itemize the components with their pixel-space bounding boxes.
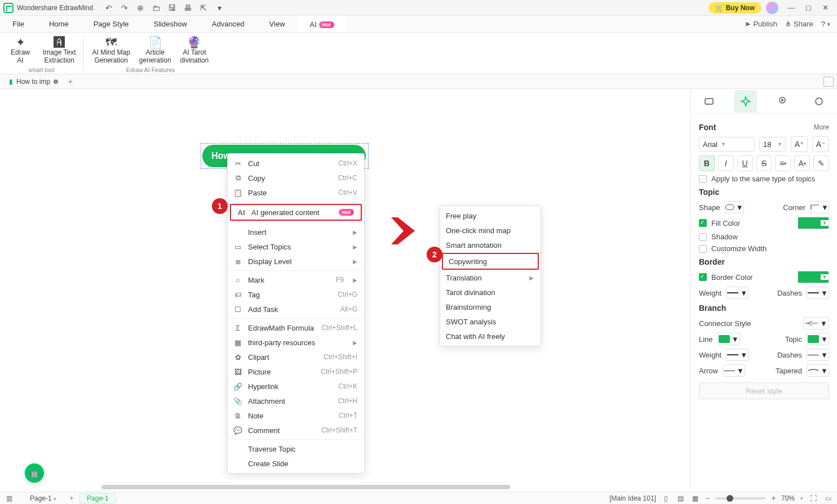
- ctx-clipart[interactable]: ✿ClipartCtrl+Shift+I: [228, 350, 364, 364]
- menu-ai[interactable]: AI Hot: [298, 16, 347, 32]
- publish-button[interactable]: ➤Publish: [745, 20, 777, 28]
- font-decrease-button[interactable]: A⁻: [812, 136, 829, 152]
- ctx-hyperlink[interactable]: 🔗HyperlinkCtrl+K: [228, 379, 364, 394]
- zoom-in-button[interactable]: +: [772, 494, 776, 502]
- window-maximize-button[interactable]: ◻: [800, 1, 817, 15]
- ctx-display-level[interactable]: ≣Display Level▶: [228, 254, 364, 269]
- fill-color-select[interactable]: ▼: [798, 217, 829, 229]
- page-tab-2[interactable]: Page-1: [79, 493, 116, 503]
- ribbon-ai-mindmap[interactable]: 🗺AI Mind Map Generation: [90, 35, 132, 66]
- connector-style-select[interactable]: ▼: [803, 317, 829, 329]
- border-color-checkbox[interactable]: [699, 273, 707, 281]
- highlight-button[interactable]: ✎: [813, 155, 829, 171]
- rp-tab-theme[interactable]: [771, 90, 794, 113]
- corner-select[interactable]: ▼: [810, 201, 829, 213]
- page-tab-1[interactable]: Page-1 ▾: [23, 493, 64, 503]
- ctx-mark[interactable]: ○MarkF9▶: [228, 273, 364, 287]
- ctx-copy[interactable]: ⧉CopyCtrl+C: [228, 171, 364, 185]
- sub-chat-ai[interactable]: Chat with AI freely: [440, 329, 541, 344]
- branch-tapered-select[interactable]: ▼: [807, 364, 829, 377]
- help-button[interactable]: ?▾: [821, 20, 830, 28]
- fill-color-checkbox[interactable]: [699, 219, 707, 227]
- ctx-insert[interactable]: Insert▶: [228, 225, 364, 239]
- qat-more-button[interactable]: ▾: [212, 1, 226, 15]
- ribbon-image-text-extraction[interactable]: 🅰Image Text Extraction: [41, 35, 78, 66]
- shape-select[interactable]: ▼: [725, 201, 744, 213]
- avatar[interactable]: [766, 2, 778, 14]
- zoom-out-button[interactable]: −: [706, 494, 710, 502]
- sub-one-click-mind-map[interactable]: One-click mind map: [440, 223, 541, 238]
- font-family-select[interactable]: Arial▼: [699, 137, 755, 151]
- window-minimize-button[interactable]: —: [783, 1, 800, 15]
- strikethrough-button[interactable]: S: [756, 155, 772, 171]
- sub-free-play[interactable]: Free play: [440, 208, 541, 223]
- customize-width-checkbox[interactable]: [699, 245, 707, 253]
- underline-button[interactable]: U: [737, 155, 753, 171]
- rp-tab-style[interactable]: [734, 90, 757, 113]
- ctx-ai-generated-content[interactable]: AIAI generated contentHot: [230, 204, 362, 221]
- export-button[interactable]: ⇱: [197, 1, 210, 15]
- italic-button[interactable]: I: [718, 155, 734, 171]
- ctx-third-party[interactable]: ▦third-party resources▶: [228, 335, 364, 350]
- ctx-paste[interactable]: 📋PasteCtrl+V: [228, 185, 364, 200]
- open-file-button[interactable]: 🗀: [149, 1, 163, 15]
- zoom-value[interactable]: 70%: [781, 494, 795, 502]
- save-button[interactable]: 🖫: [165, 1, 179, 15]
- sub-copywriting[interactable]: Copywriting: [442, 253, 539, 270]
- border-weight-select[interactable]: ▼: [726, 287, 749, 299]
- branch-dashes-select[interactable]: ▼: [807, 349, 829, 361]
- view-mode-3-button[interactable]: ▦: [691, 494, 700, 503]
- bold-button[interactable]: B: [699, 155, 715, 171]
- ctx-tag[interactable]: 🏷TagCtrl+G: [228, 287, 364, 302]
- undo-button[interactable]: ↶: [102, 1, 116, 15]
- share-button[interactable]: ⋔Share: [785, 20, 813, 28]
- canvas[interactable]: How 1 2 ✂CutCtrl+X ⧉CopyCtrl+C 📋PasteCtr…: [0, 89, 690, 492]
- ctx-edrawmath[interactable]: ΣEdrawMath FormulaCtrl+Shift+L: [228, 320, 364, 335]
- fit-page-button[interactable]: ▭: [823, 494, 832, 503]
- font-color-button[interactable]: A▾: [794, 155, 810, 171]
- branch-arrow-select[interactable]: ▼: [723, 364, 745, 377]
- document-tab[interactable]: ▮ How to imp: [3, 78, 64, 86]
- chat-assistant-button[interactable]: 🤖: [25, 463, 44, 483]
- outline-view-button[interactable]: ▥: [5, 494, 14, 503]
- font-more-link[interactable]: More: [814, 123, 829, 131]
- align-button[interactable]: ≡▾: [775, 155, 791, 171]
- border-color-select[interactable]: ▼: [798, 271, 829, 283]
- branch-topic-color-select[interactable]: ▼: [807, 333, 829, 345]
- menu-view[interactable]: View: [257, 16, 298, 32]
- panel-toggle-button[interactable]: [823, 77, 834, 87]
- menu-page-style[interactable]: Page Style: [81, 16, 141, 32]
- branch-line-color-select[interactable]: ▼: [718, 333, 740, 345]
- ctx-add-task[interactable]: ☐Add TaskAlt+G: [228, 302, 364, 316]
- horizontal-scrollbar[interactable]: [101, 485, 685, 490]
- menu-advanced[interactable]: Advanced: [200, 16, 257, 32]
- sub-tarot[interactable]: Tarot divination: [440, 285, 541, 300]
- add-tab-button[interactable]: ＋: [64, 75, 77, 88]
- sub-smart-annotation[interactable]: Smart annotation: [440, 238, 541, 252]
- buy-now-button[interactable]: 🛒Buy Now: [708, 2, 761, 14]
- new-file-button[interactable]: ⊕: [134, 1, 147, 15]
- ctx-attachment[interactable]: 📎AttachmentCtrl+H: [228, 394, 364, 408]
- add-page-button[interactable]: ＋: [67, 494, 76, 503]
- menu-file[interactable]: File: [0, 16, 37, 32]
- border-dashes-select[interactable]: ▼: [807, 287, 829, 299]
- window-close-button[interactable]: ✕: [817, 1, 834, 15]
- sub-swot[interactable]: SWOT analysis: [440, 314, 541, 329]
- ribbon-edraw-ai[interactable]: ✦Edraw AI: [5, 35, 36, 66]
- ctx-note[interactable]: 🗎NoteCtrl+T: [228, 408, 364, 423]
- sub-brainstorming[interactable]: Brainstorming: [440, 300, 541, 314]
- view-mode-2-button[interactable]: ▤: [676, 494, 685, 503]
- apply-same-type-checkbox[interactable]: [699, 175, 707, 183]
- ctx-create-slide[interactable]: Create Slide: [228, 456, 364, 471]
- view-mode-1-button[interactable]: ▯: [662, 494, 671, 503]
- ribbon-article-generation[interactable]: 📄Article generation: [137, 35, 174, 66]
- fullscreen-button[interactable]: ⛶: [809, 494, 818, 503]
- menu-home[interactable]: Home: [37, 16, 81, 32]
- reset-style-button[interactable]: Reset style: [699, 382, 829, 399]
- ctx-traverse-topic[interactable]: Traverse Topic: [228, 441, 364, 456]
- branch-weight-select[interactable]: ▼: [726, 349, 749, 361]
- rp-tab-settings[interactable]: [808, 90, 830, 113]
- font-increase-button[interactable]: A⁺: [791, 136, 808, 152]
- ctx-comment[interactable]: 💬CommentCtrl+Shift+T: [228, 423, 364, 438]
- rp-tab-layout[interactable]: [698, 90, 720, 113]
